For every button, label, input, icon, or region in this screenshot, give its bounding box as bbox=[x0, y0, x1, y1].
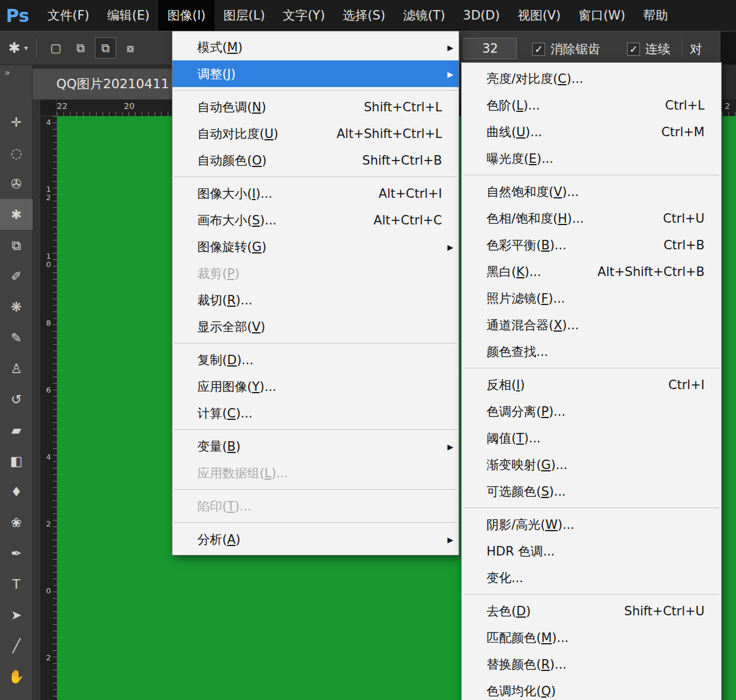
menu-item-trap: 陷印(T)... bbox=[172, 493, 459, 519]
menu-item-calculations[interactable]: 计算(C)... bbox=[172, 400, 459, 426]
menu-item-trim[interactable]: 裁切(R)... bbox=[172, 287, 459, 313]
submenu-item-hue-saturation[interactable]: 色相/饱和度(H)... Ctrl+U bbox=[462, 205, 721, 232]
menu-separator bbox=[463, 368, 719, 368]
selection-subtract-button[interactable]: ⧉ bbox=[95, 37, 116, 59]
pen-tool[interactable]: ✒ bbox=[0, 538, 33, 569]
gradient-tool[interactable]: ◧ bbox=[0, 445, 33, 476]
tool-preset-button[interactable]: ✱ ▾ bbox=[8, 40, 28, 56]
menubar-item-layer[interactable]: 图层(L) bbox=[215, 0, 274, 31]
submenu-item-color-balance[interactable]: 色彩平衡(B)... Ctrl+B bbox=[462, 232, 721, 258]
submenu-item-brightness-contrast[interactable]: 亮度/对比度(C)... bbox=[462, 65, 721, 92]
menubar-item-window[interactable]: 窗口(W) bbox=[569, 0, 634, 31]
submenu-arrow-icon: ▶ bbox=[447, 69, 453, 78]
clone-stamp-tool[interactable]: ♙ bbox=[0, 353, 33, 384]
submenu-item-exposure[interactable]: 曝光度(E)... bbox=[462, 145, 721, 172]
move-tool[interactable]: ✛ bbox=[0, 107, 33, 137]
submenu-arrow-icon: ▶ bbox=[447, 242, 453, 251]
submenu-item-invert[interactable]: 反相(I) Ctrl+I bbox=[462, 371, 721, 398]
menu-shortcut: Shift+Ctrl+B bbox=[362, 153, 452, 168]
selection-intersect-button[interactable]: ⧇ bbox=[120, 37, 141, 59]
spot-healing-brush-tool[interactable]: ❋ bbox=[0, 291, 33, 322]
type-tool[interactable]: T bbox=[0, 569, 33, 599]
menu-separator bbox=[463, 175, 719, 175]
submenu-item-vibrance[interactable]: 自然饱和度(V)... bbox=[462, 178, 721, 205]
vertical-ruler[interactable]: 41210864202 bbox=[40, 116, 57, 700]
sample-all-layers-checkbox[interactable]: 对 bbox=[690, 41, 702, 57]
menubar-item-view[interactable]: 视图(V) bbox=[508, 0, 569, 31]
menubar-item-3d[interactable]: 3D(D) bbox=[454, 0, 508, 31]
menubar-item-select[interactable]: 选择(S) bbox=[334, 0, 394, 31]
collapse-panel-button[interactable]: » bbox=[0, 65, 32, 81]
submenu-item-posterize[interactable]: 色调分离(P)... bbox=[462, 398, 721, 425]
menu-item-adjustments[interactable]: 调整(J) ▶ bbox=[172, 60, 459, 87]
selection-add-button[interactable]: ⧉ bbox=[70, 37, 91, 59]
history-brush-tool[interactable]: ↺ bbox=[0, 384, 33, 415]
tool-icon: ✎ bbox=[11, 330, 21, 345]
menubar-item-help[interactable]: 帮助 bbox=[634, 0, 677, 31]
elliptical-marquee-tool[interactable]: ◌ bbox=[0, 137, 33, 168]
menu-item-auto-contrast[interactable]: 自动对比度(U) Alt+Shift+Ctrl+L bbox=[172, 120, 459, 147]
eyedropper-tool[interactable]: ✐ bbox=[0, 261, 33, 291]
crop-tool[interactable]: ⧉ bbox=[0, 230, 33, 261]
selection-new-button[interactable]: ▢ bbox=[45, 37, 66, 59]
submenu-arrow-icon: ▶ bbox=[447, 442, 453, 451]
menu-item-mode[interactable]: 模式(M) ▶ bbox=[172, 34, 459, 60]
menubar-item-image[interactable]: 图像(I) bbox=[158, 0, 215, 31]
menu-item-auto-color[interactable]: 自动颜色(O) Shift+Ctrl+B bbox=[172, 147, 459, 174]
menu-separator bbox=[174, 522, 457, 523]
menu-item-apply-image[interactable]: 应用图像(Y)... bbox=[172, 373, 459, 400]
menu-separator bbox=[174, 90, 457, 91]
blur-tool[interactable]: ♦ bbox=[0, 476, 33, 507]
tolerance-input[interactable]: 32 bbox=[463, 38, 517, 59]
menubar-item-filter[interactable]: 滤镜(T) bbox=[394, 0, 454, 31]
menubar-item-file[interactable]: 文件(F) bbox=[39, 0, 98, 31]
submenu-item-selective-color[interactable]: 可选颜色(S)... bbox=[462, 478, 721, 505]
brush-tool[interactable]: ✎ bbox=[0, 322, 33, 353]
submenu-item-black-white[interactable]: 黑白(K)... Alt+Shift+Ctrl+B bbox=[462, 258, 721, 285]
submenu-item-threshold[interactable]: 阈值(T)... bbox=[462, 425, 721, 451]
tool-icon: T bbox=[12, 577, 20, 592]
dodge-tool[interactable]: ❀ bbox=[0, 507, 33, 538]
submenu-item-shadows-highlights[interactable]: 阴影/高光(W)... bbox=[462, 511, 721, 538]
menu-item-image-size[interactable]: 图像大小(I)... Alt+Ctrl+I bbox=[172, 180, 459, 207]
menu-item-reveal-all[interactable]: 显示全部(V) bbox=[172, 313, 459, 340]
hand-tool[interactable]: ✋ bbox=[0, 661, 33, 692]
submenu-item-color-lookup[interactable]: 颜色查找... bbox=[462, 338, 721, 365]
contiguous-label: 连续 bbox=[645, 41, 670, 57]
submenu-item-levels[interactable]: 色阶(L)... Ctrl+L bbox=[462, 92, 721, 118]
menu-item-duplicate[interactable]: 复制(D)... bbox=[172, 346, 459, 373]
menubar: Ps 文件(F)编辑(E)图像(I)图层(L)文字(Y)选择(S)滤镜(T)3D… bbox=[0, 0, 736, 31]
ruler-number: 0 bbox=[40, 585, 57, 651]
submenu-item-replace-color[interactable]: 替换颜色(R)... bbox=[462, 651, 721, 677]
contiguous-checkbox[interactable]: ✓ 连续 bbox=[627, 41, 670, 57]
submenu-item-photo-filter[interactable]: 照片滤镜(F)... bbox=[462, 285, 721, 312]
menu-item-variables[interactable]: 变量(B) ▶ bbox=[172, 433, 459, 460]
menu-item-analysis[interactable]: 分析(A) ▶ bbox=[172, 526, 459, 553]
eraser-tool[interactable]: ▰ bbox=[0, 415, 33, 445]
ruler-number: 2 bbox=[725, 101, 730, 111]
submenu-item-hdr-toning[interactable]: HDR 色调... bbox=[462, 538, 721, 564]
lasso-tool[interactable]: ✇ bbox=[0, 168, 33, 199]
submenu-item-gradient-map[interactable]: 渐变映射(G)... bbox=[462, 451, 721, 478]
submenu-item-variations[interactable]: 变化... bbox=[462, 564, 721, 591]
submenu-item-channel-mixer[interactable]: 通道混合器(X)... bbox=[462, 312, 721, 338]
menu-shortcut: Ctrl+M bbox=[661, 125, 714, 139]
line-tool[interactable]: ╱ bbox=[0, 630, 33, 661]
submenu-item-desaturate[interactable]: 去色(D) Shift+Ctrl+U bbox=[462, 598, 721, 624]
antialias-checkbox[interactable]: ✓ 消除锯齿 bbox=[532, 41, 600, 57]
tool-icon: ◧ bbox=[10, 454, 23, 468]
menu-item-auto-tone[interactable]: 自动色调(N) Shift+Ctrl+L bbox=[172, 94, 459, 120]
menu-shortcut: Ctrl+L bbox=[665, 98, 714, 113]
submenu-item-equalize[interactable]: 色调均化(Q) bbox=[462, 677, 721, 700]
menubar-item-edit[interactable]: 编辑(E) bbox=[98, 0, 159, 31]
submenu-item-match-color[interactable]: 匹配颜色(M)... bbox=[462, 624, 721, 651]
magic-wand-tool[interactable]: ✱ bbox=[0, 199, 33, 230]
path-selection-tool[interactable]: ➤ bbox=[0, 599, 33, 630]
menu-item-canvas-size[interactable]: 画布大小(S)... Alt+Ctrl+C bbox=[172, 207, 459, 233]
menu-shortcut: Ctrl+I bbox=[668, 378, 714, 392]
menubar-item-type[interactable]: 文字(Y) bbox=[274, 0, 334, 31]
menu-shortcut: Shift+Ctrl+U bbox=[624, 604, 714, 618]
submenu-item-curves[interactable]: 曲线(U)... Ctrl+M bbox=[462, 118, 721, 145]
menu-item-image-rotation[interactable]: 图像旋转(G) ▶ bbox=[172, 233, 459, 260]
selection-mode-icon: ⧉ bbox=[76, 41, 85, 55]
